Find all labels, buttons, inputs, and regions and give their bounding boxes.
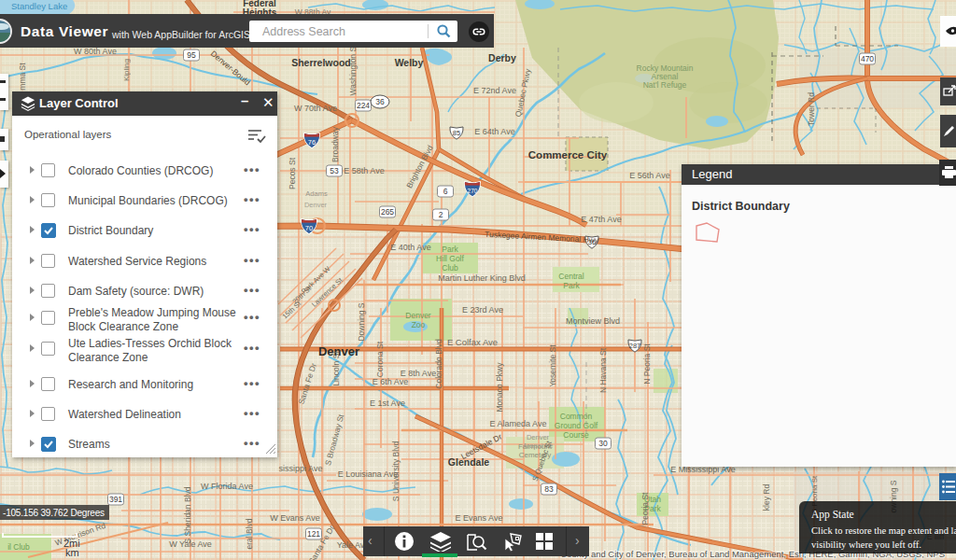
svg-text:E Evans Ave: E Evans Ave (456, 513, 503, 523)
svg-text:391: 391 (109, 495, 122, 504)
svg-text:Adams: Adams (305, 189, 328, 198)
svg-text:30: 30 (598, 439, 608, 448)
svg-text:76: 76 (308, 138, 316, 147)
svg-text:85: 85 (453, 129, 460, 137)
svg-text:Peoria St: Peoria St (640, 492, 650, 525)
svg-text:Monaco Pkwy: Monaco Pkwy (495, 362, 504, 413)
svg-text:Course: Course (563, 430, 589, 440)
svg-text:224: 224 (357, 101, 370, 110)
svg-text:Derby: Derby (488, 52, 516, 63)
svg-text:Colorado Blvd: Colorado Blvd (434, 339, 443, 389)
svg-text:Ground Golf: Ground Golf (555, 421, 598, 430)
svg-text:Broadway: Broadway (330, 126, 340, 162)
svg-text:E 1st Ave: E 1st Ave (370, 399, 405, 408)
svg-text:Club: Club (442, 263, 458, 273)
svg-text:Standley Lake: Standley Lake (11, 1, 67, 11)
svg-text:E 40th Ave: E 40th Ave (390, 243, 430, 252)
svg-text:Corona St: Corona St (375, 341, 385, 377)
svg-text:Zoo: Zoo (412, 320, 426, 329)
svg-text:Tower Rd: Tower Rd (807, 92, 816, 126)
svg-text:E 6th Ave: E 6th Ave (373, 377, 408, 386)
svg-text:kley Rd: kley Rd (762, 484, 771, 511)
svg-text:E Colfax Ave: E Colfax Ave (447, 337, 498, 347)
svg-text:mma St: mma St (18, 63, 27, 91)
svg-text:sissippi Ave: sissippi Ave (279, 464, 323, 473)
svg-text:36: 36 (375, 97, 385, 106)
svg-text:il Club: il Club (7, 542, 30, 552)
svg-text:eral Blvd: eral Blvd (245, 518, 254, 549)
svg-text:2: 2 (439, 210, 443, 219)
svg-text:Pecos St: Pecos St (288, 157, 297, 189)
svg-text:E 56th Ave: E 56th Ave (629, 171, 669, 180)
svg-text:6: 6 (443, 187, 448, 196)
svg-text:S University Blvd: S University Blvd (391, 441, 401, 502)
svg-text:Central: Central (558, 272, 584, 281)
svg-text:Denver: Denver (304, 201, 328, 209)
svg-text:470: 470 (861, 54, 874, 63)
svg-text:Welby: Welby (395, 57, 424, 68)
svg-text:265: 265 (381, 207, 394, 217)
svg-text:W Florida Ave: W Florida Ave (201, 482, 253, 491)
svg-text:E 47th Ave: E 47th Ave (581, 215, 621, 224)
svg-text:E 72nd Ave: E 72nd Ave (473, 86, 516, 95)
svg-text:Yosemite St: Yosemite St (548, 344, 557, 387)
svg-text:70: 70 (305, 224, 313, 232)
svg-text:W 80th Ave: W 80th Ave (74, 47, 117, 56)
svg-text:Park: Park (442, 245, 458, 254)
svg-text:Lincoln St: Lincoln St (331, 351, 341, 386)
svg-text:S Sheridan Blvd: S Sheridan Blvd (183, 486, 192, 543)
svg-text:W 70th Ave: W 70th Ave (294, 104, 337, 113)
svg-text:Commerce City: Commerce City (528, 149, 608, 161)
svg-text:N Peoria St: N Peoria St (642, 343, 652, 385)
svg-text:E Alameda Ave: E Alameda Ave (490, 419, 547, 428)
svg-text:83: 83 (544, 484, 554, 494)
svg-text:E 23rd Ave: E 23rd Ave (462, 305, 503, 315)
svg-text:53: 53 (330, 166, 339, 175)
svg-text:N Havana St: N Havana St (598, 347, 608, 393)
svg-text:W Evans Ave: W Evans Ave (270, 513, 319, 523)
svg-text:Park: Park (563, 281, 580, 290)
svg-text:95: 95 (187, 50, 196, 60)
svg-text:Montview Blvd: Montview Blvd (566, 316, 620, 326)
svg-text:Kipling: Kipling (122, 59, 131, 81)
svg-text:Downing S: Downing S (357, 302, 366, 341)
svg-text:E 58th Ave: E 58th Ave (344, 166, 384, 175)
svg-text:270: 270 (468, 188, 478, 194)
svg-text:Denver: Denver (405, 311, 431, 320)
svg-text:287: 287 (629, 342, 641, 350)
svg-text:Hill Golf: Hill Golf (436, 254, 464, 263)
svg-text:Nat'l Refuge: Nat'l Refuge (643, 80, 687, 90)
svg-text:Martin Luther King Blvd: Martin Luther King Blvd (438, 273, 526, 283)
svg-text:E Louisiana Ave: E Louisiana Ave (338, 469, 398, 479)
svg-text:Washington St: Washington St (348, 44, 358, 96)
svg-text:121: 121 (307, 529, 320, 539)
svg-text:Sherrelwood: Sherrelwood (291, 57, 351, 68)
svg-text:Common: Common (560, 412, 593, 421)
svg-text:E 64th Ave: E 64th Ave (474, 127, 514, 136)
